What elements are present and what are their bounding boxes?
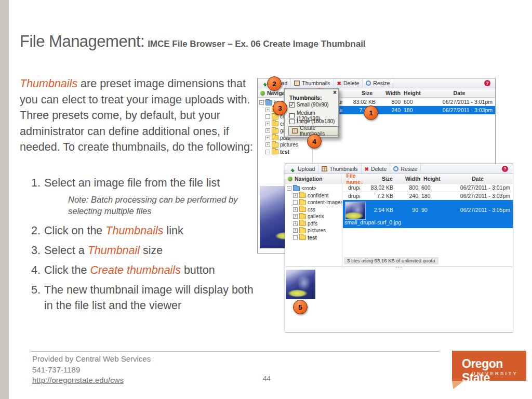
column-width[interactable]: Width <box>403 176 420 182</box>
expander-icon[interactable]: + <box>265 136 270 140</box>
resize-button[interactable]: Resize <box>390 164 421 174</box>
callout-badge-4: 4 <box>307 134 322 149</box>
file-row-selected[interactable]: small_drupal-surf_0.jpg 2.94 KB 90 90 06… <box>343 200 513 228</box>
resize-label: Resize <box>373 80 390 86</box>
upload-icon <box>290 166 296 172</box>
expander-icon[interactable]: + <box>293 228 298 233</box>
file-width: 90 <box>401 200 418 213</box>
footer: Provided by Central Web Services 541-737… <box>32 354 151 386</box>
expander-icon[interactable]: + <box>293 221 298 226</box>
title-subtitle: IMCE File Browser – Ex. 06 Create Image … <box>148 39 365 49</box>
osu-logo: Oregon State UNIVERSITY <box>452 351 526 381</box>
page-title: File Management:IMCE File Browser – Ex. … <box>20 32 487 51</box>
step-2-text-end: link <box>163 224 183 237</box>
step-3-number: 3. <box>31 243 41 258</box>
medium-checkbox[interactable] <box>289 113 295 118</box>
footer-link[interactable]: http://oregonstate.edu/cws <box>32 376 124 384</box>
expander-icon[interactable]: - <box>259 100 264 105</box>
expander-icon[interactable]: + <box>293 207 298 212</box>
tree-item-confident[interactable]: +confident <box>285 192 342 200</box>
tree-item-gallerix[interactable]: +gallerix <box>285 213 342 220</box>
tree-item-root[interactable]: -<root> <box>285 185 342 192</box>
file-row[interactable]: drupal-surf.jpg 83.02 KB 800 600 06/27/2… <box>343 183 513 192</box>
small-checkbox[interactable]: ✓ <box>289 102 295 108</box>
thumbnails-popup: × Thumbnails: ✓Small (90x90) Medium (120… <box>284 88 339 138</box>
file-date: 06/27/2011 - 3:03pm <box>441 193 513 199</box>
folder-tree: -<root> +confident content-images +css +… <box>285 183 342 267</box>
upload-button[interactable]: Upload <box>287 164 318 174</box>
tree-item-pictures[interactable]: +pictures <box>285 227 342 234</box>
option-large[interactable]: Large (180x180) <box>289 118 335 124</box>
file-height: 600 <box>418 184 441 191</box>
file-row-selected[interactable]: drupal-surf_0.jpg 7.2 KB 240 180 06/27/2… <box>313 106 495 114</box>
column-height[interactable]: Height <box>420 176 443 182</box>
file-name: drupal-surf_0.jpg <box>343 193 360 199</box>
navigation-orb-icon <box>260 91 265 96</box>
step-2-highlight: Thumbnails <box>105 224 163 237</box>
column-size[interactable]: Size <box>363 176 403 182</box>
column-width[interactable]: Width <box>383 90 401 96</box>
option-large-label: Large (180x180) <box>297 118 335 124</box>
file-width: 240 <box>383 107 401 113</box>
footer-provided: Provided by Central Web Services <box>32 354 151 365</box>
expander-icon[interactable]: + <box>265 142 270 147</box>
navigation-header: Navigation <box>285 175 341 183</box>
file-list: drupal-surf.jpg 83.02 KB 800 600 06/27/2… <box>313 98 495 114</box>
folder-icon <box>272 128 278 134</box>
option-small-label: Small (90x90) <box>297 102 329 108</box>
file-size: 7.2 KB <box>360 193 401 199</box>
step-3: 3.Select a Thumbnail size <box>20 243 264 258</box>
tree-item-test[interactable]: test <box>258 149 312 156</box>
expander-icon[interactable]: + <box>293 193 298 198</box>
callout-badge-2: 2 <box>267 76 282 91</box>
help-button[interactable]: ? <box>481 78 494 88</box>
toolbar: Upload Thumbnails ✖Delete Resize ? <box>285 164 513 174</box>
delete-icon: ✖ <box>337 81 341 86</box>
column-height[interactable]: Height <box>401 90 423 96</box>
resize-icon <box>393 166 398 171</box>
folder-icon <box>299 207 306 212</box>
close-icon[interactable]: × <box>333 89 337 96</box>
expander-icon[interactable]: + <box>265 128 270 133</box>
folder-icon <box>272 121 278 126</box>
large-checkbox[interactable] <box>289 119 295 124</box>
delete-label: Delete <box>343 80 359 86</box>
file-height: 180 <box>418 193 441 199</box>
tree-item-css[interactable]: +css <box>285 206 342 214</box>
expander-icon[interactable]: + <box>293 214 298 219</box>
step-3-text: Select a <box>44 244 88 257</box>
file-browser-window-2: Upload Thumbnails ✖Delete Resize ? Navig… <box>285 164 513 332</box>
resize-button[interactable]: Resize <box>363 78 393 88</box>
callout-badge-3: 3 <box>273 101 287 115</box>
intro-paragraph: Thumbnails are preset image dimensions t… <box>20 76 255 155</box>
thumbnails-grid-icon <box>294 81 300 86</box>
expander-icon[interactable] <box>293 200 298 205</box>
tree-item-test[interactable]: test <box>285 234 342 242</box>
file-row[interactable]: drupal-surf_0.jpg 7.2 KB 240 180 06/27/2… <box>343 192 513 200</box>
step-2-number: 2. <box>31 223 41 238</box>
help-button[interactable]: ? <box>499 164 511 174</box>
tree-item-content-images[interactable]: content-images <box>285 199 342 206</box>
column-date[interactable]: Date <box>443 176 513 182</box>
expander-icon[interactable] <box>265 150 270 154</box>
option-small[interactable]: ✓Small (90x90) <box>289 102 329 108</box>
file-row[interactable]: drupal-surf.jpg 83.02 KB 800 600 06/27/2… <box>313 98 495 106</box>
folder-icon <box>299 193 306 198</box>
slide-edge-strip <box>0 0 9 399</box>
expander-icon[interactable] <box>265 114 270 119</box>
delete-button[interactable]: ✖Delete <box>362 164 391 174</box>
thumbnails-label: Thumbnails <box>302 80 330 86</box>
expander-icon[interactable]: + <box>265 108 270 112</box>
tree-item-pictures[interactable]: +pictures <box>258 141 312 149</box>
tree-item-pdfs[interactable]: +pdfs <box>285 220 342 228</box>
osu-logo-sub: UNIVERSITY <box>472 370 518 376</box>
expander-icon[interactable]: - <box>287 186 291 191</box>
column-size[interactable]: Size <box>342 90 383 96</box>
folder-icon <box>299 228 306 233</box>
expander-icon[interactable]: + <box>265 122 270 126</box>
expander-icon[interactable] <box>293 235 298 240</box>
file-name: drupal-surf.jpg <box>343 184 360 191</box>
step-5-text: The new thumbnail image will display bot… <box>44 284 254 312</box>
column-date[interactable]: Date <box>423 90 495 96</box>
steps-list: 1.Select an image file from the file lis… <box>20 175 264 317</box>
